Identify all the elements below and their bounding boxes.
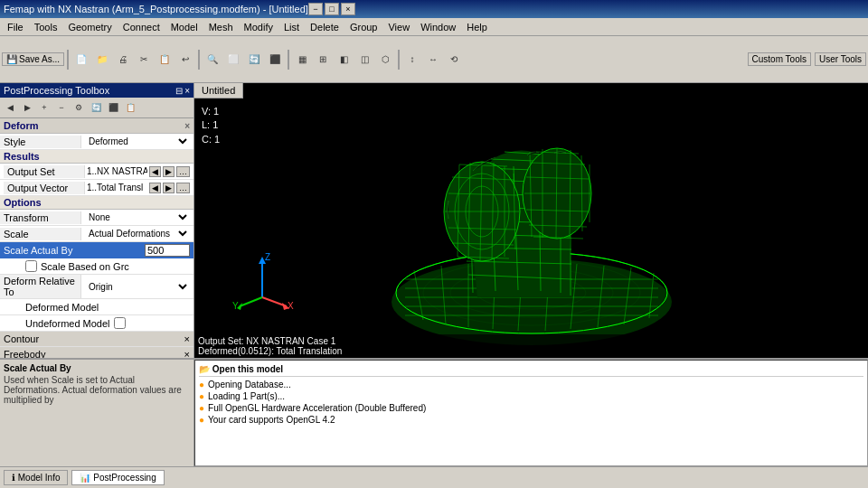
style-select[interactable]: Deformed [85,136,190,147]
left-panel: PostProcessing Toolbox ⊟ × ◀ ▶ + − ⚙ 🔄 ⬛… [0,83,194,358]
output-set-next[interactable]: ▶ [163,166,175,177]
output-vector-label: Output Vector [4,182,85,194]
output-set-info: Output Set: NX NASTRAN Case 1 [198,336,864,346]
toolbar-icon-11[interactable]: ▦ [292,50,312,70]
toolbar-icon-1[interactable]: 📄 [71,50,91,70]
menu-view[interactable]: View [382,20,415,34]
style-value: Deformed [81,135,193,148]
custom-tools-button[interactable]: Custom Tools [748,52,811,66]
menu-group[interactable]: Group [344,20,383,34]
panel-tb-2[interactable]: ▶ [19,99,35,116]
toolbar-icon-3[interactable]: 🖨 [113,50,133,70]
user-tools-button[interactable]: User Tools [815,52,866,66]
menu-tools[interactable]: Tools [29,20,63,34]
output-vec-prev[interactable]: ◀ [149,183,161,193]
menu-file[interactable]: File [2,20,29,34]
postprocessing-icon: 📊 [80,473,90,483]
scale-based-label: Scale Based on Grc [41,261,129,272]
deform-section-close[interactable]: × [184,121,190,131]
toolbar-icon-8[interactable]: ⬜ [223,50,243,70]
menu-help[interactable]: Help [461,20,493,34]
viewport-l: L: 1 [202,118,220,132]
toolbar-icon-14[interactable]: ◫ [354,50,374,70]
panel-float-button[interactable]: ⊟ [175,86,183,96]
panel-tb-1[interactable]: ◀ [2,99,18,116]
log-icon-1: ● [199,380,204,389]
menu-bar: File Tools Geometry Connect Model Mesh M… [0,18,868,36]
toolbar-icon-13[interactable]: ◧ [334,50,354,70]
toolbar-icon-6[interactable]: ↩ [175,50,195,70]
contour-close-icon[interactable]: × [184,333,190,344]
log-item-1: ● Opening Database... [199,379,863,390]
deform-section-header: Deform × [0,118,193,134]
toolbar-icon-17[interactable]: ↔ [423,50,443,70]
deformed-info: Deformed(0.0512): Total Translation [198,346,864,356]
menu-geometry[interactable]: Geometry [62,20,117,34]
scale-based-checkbox[interactable] [25,260,37,272]
model-info-icon: ℹ [12,473,15,483]
close-button[interactable]: × [341,3,355,15]
model-info-tab[interactable]: ℹ Model Info [4,470,68,485]
undeformed-model-row: Undeformed Model [0,315,193,332]
log-item-2: ● Loading 1 Part(s)... [199,390,863,402]
log-icon-2: ● [199,391,204,401]
menu-list[interactable]: List [278,20,305,34]
log-item-3: ● Full OpenGL Hardware Acceleration (Dou… [199,402,863,414]
style-label: Style [0,136,81,148]
style-row: Style Deformed [0,134,193,150]
bottom-tooltip-area: Scale Actual By Used when Scale is set t… [0,360,194,466]
maximize-button[interactable]: □ [325,3,339,15]
postprocessing-tab[interactable]: 📊 PostProcessing [71,470,164,485]
log-title: 📂 Open this model [199,362,863,377]
toolbar-icon-10[interactable]: ⬛ [265,50,285,70]
title-bar-buttons: − □ × [308,3,355,15]
deform-relative-select[interactable]: Origin [85,281,190,293]
toolbar-icon-7[interactable]: 🔍 [203,50,222,70]
deform-section-title: Deform [4,120,39,131]
svg-text:X: X [288,301,294,311]
toolbar-icon-2[interactable]: 📁 [92,50,112,70]
mesh-container [194,83,868,322]
menu-modify[interactable]: Modify [239,20,278,34]
toolbar-icon-4[interactable]: ✂ [134,50,154,70]
menu-connect[interactable]: Connect [118,20,165,34]
scale-actual-input[interactable] [145,244,190,257]
scale-select[interactable]: Actual Deformations [85,228,190,239]
transform-label: Transform [0,211,81,224]
scale-label: Scale [0,228,81,240]
output-set-row: Output Set 1..NX NASTRA ◀ ▶ … [0,164,193,180]
transform-select[interactable]: None [85,211,190,223]
viewport-tab[interactable]: Untitled [194,83,243,99]
deform-relative-value: Origin [81,280,193,294]
toolbar-icon-16[interactable]: ↕ [402,50,422,70]
minimize-button[interactable]: − [308,3,323,15]
toolbar-icon-12[interactable]: ⊞ [313,50,333,70]
menu-mesh[interactable]: Mesh [203,20,239,34]
panel-tb-7[interactable]: ⬛ [105,99,121,116]
menu-delete[interactable]: Delete [305,20,344,34]
undeformed-model-checkbox[interactable] [114,317,126,329]
panel-tb-3[interactable]: + [36,99,52,116]
toolbar-icon-9[interactable]: 🔄 [244,50,264,70]
toolbar-icon-5[interactable]: 📋 [155,50,175,70]
output-set-more[interactable]: … [176,166,190,177]
transform-row: Transform None [0,210,193,226]
panel-tb-8[interactable]: 📋 [122,99,138,116]
panel-tb-4[interactable]: − [53,99,70,116]
save-as-button[interactable]: 💾 Save As... [2,52,64,66]
axis-svg: Z X Y [231,248,294,311]
status-bar: ℹ Model Info 📊 PostProcessing [0,466,868,488]
toolbar-area: 💾 Save As... 📄 📁 🖨 ✂ 📋 ↩ 🔍 ⬜ 🔄 ⬛ ▦ ⊞ ◧ ◫… [0,36,868,83]
menu-model[interactable]: Model [165,20,203,34]
menu-window[interactable]: Window [415,20,461,34]
toolbar-icon-18[interactable]: ⟲ [444,50,464,70]
panel-tb-6[interactable]: 🔄 [88,99,104,116]
output-set-prev[interactable]: ◀ [149,166,161,177]
panel-tb-5[interactable]: ⚙ [71,99,87,116]
freebody-close-icon[interactable]: × [184,349,190,358]
output-vec-next[interactable]: ▶ [163,183,175,193]
toolbar-icon-15[interactable]: ⬡ [375,50,395,70]
custom-tools-area: Custom Tools User Tools [748,52,866,66]
panel-close-button[interactable]: × [184,86,190,96]
output-vec-more[interactable]: … [176,183,190,193]
